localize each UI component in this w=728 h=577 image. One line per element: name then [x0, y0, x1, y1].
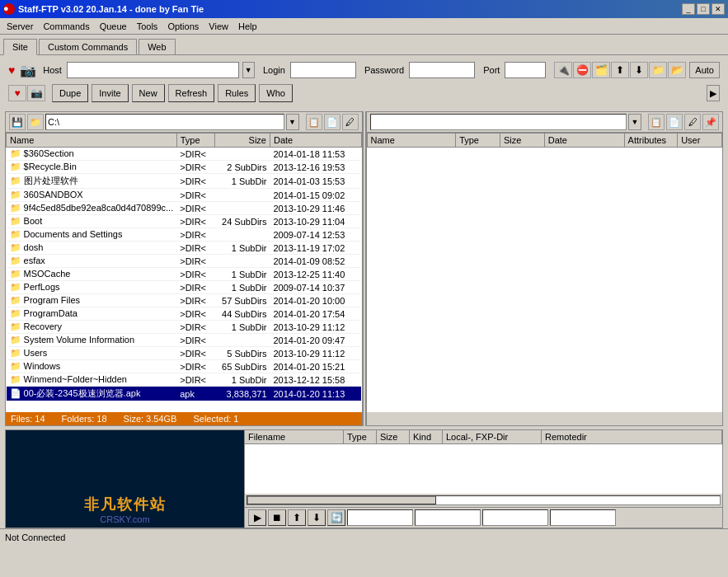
download-icon[interactable]: ⬇: [630, 62, 648, 78]
remote-action4-icon[interactable]: 📌: [702, 114, 719, 130]
menu-help[interactable]: Help: [233, 20, 262, 33]
local-action2-icon[interactable]: 📄: [324, 114, 341, 130]
local-action3-icon[interactable]: 🖊: [342, 114, 359, 130]
invite-button[interactable]: Invite: [92, 84, 128, 102]
login-input[interactable]: [290, 62, 356, 78]
host-dropdown[interactable]: ▼: [242, 62, 255, 78]
transfer-col-kind[interactable]: Kind: [410, 430, 443, 443]
table-row[interactable]: 📁 MSOCache>DIR<1 SubDir2013-12-25 11:40: [7, 268, 362, 281]
local-path-dropdown[interactable]: ▼: [286, 114, 299, 130]
col-type[interactable]: Type: [176, 134, 214, 148]
remote-file-list[interactable]: Name Type Size Date Attributes User: [367, 133, 723, 412]
table-row[interactable]: 📁 dosh>DIR<1 SubDir2013-11-19 17:02: [7, 242, 362, 255]
local-action1-icon[interactable]: 📋: [306, 114, 322, 130]
refresh-button[interactable]: Refresh: [168, 84, 215, 102]
transfer-play-icon[interactable]: ▶: [248, 509, 266, 526]
col-name[interactable]: Name: [7, 134, 177, 148]
transfer-scrollbar[interactable]: [245, 494, 722, 507]
table-row[interactable]: 📁 ProgramData>DIR<44 SubDirs2014-01-20 1…: [7, 307, 362, 321]
new-button[interactable]: New: [132, 84, 165, 102]
folder2-icon[interactable]: 📂: [668, 62, 686, 78]
col-size[interactable]: Size: [214, 134, 270, 148]
remote-col-date[interactable]: Date: [544, 134, 624, 148]
table-row[interactable]: 📁 Documents and Settings>DIR<2009-07-14 …: [7, 228, 362, 242]
transfer-col-local[interactable]: Local-, FXP-Dir: [443, 430, 542, 443]
menu-options[interactable]: Options: [162, 20, 204, 33]
table-row[interactable]: 📁 $Recycle.Bin>DIR<2 SubDirs2013-12-16 1…: [7, 161, 362, 174]
table-row[interactable]: 📁 Windows>DIR<65 SubDirs2014-01-20 15:21: [7, 360, 362, 373]
tab-site[interactable]: Site: [3, 39, 37, 55]
host-input[interactable]: [67, 62, 239, 78]
tab-web[interactable]: Web: [139, 39, 175, 54]
connect-icon[interactable]: 🔌: [554, 62, 572, 78]
folder-icon: 📁: [10, 374, 24, 384]
remote-path-dropdown[interactable]: ▼: [628, 114, 641, 130]
transfer-down-icon[interactable]: ⬇: [308, 509, 326, 526]
maximize-button[interactable]: □: [697, 3, 710, 15]
remote-action2-icon[interactable]: 📄: [666, 114, 683, 130]
tab-custom-commands[interactable]: Custom Commands: [39, 39, 137, 54]
window-controls[interactable]: _ □ ✕: [682, 3, 725, 15]
transfer-input2[interactable]: [415, 509, 481, 526]
remote-col-name[interactable]: Name: [367, 134, 456, 148]
folder-icon[interactable]: 📁: [649, 62, 667, 78]
table-row[interactable]: 📁 esfax>DIR<2014-01-09 08:52: [7, 255, 362, 268]
password-input[interactable]: [409, 62, 475, 78]
local-path-input[interactable]: [45, 114, 284, 130]
transfer-input4[interactable]: [550, 509, 616, 526]
extra-btn[interactable]: ▶: [707, 85, 720, 101]
remote-col-size[interactable]: Size: [500, 134, 544, 148]
table-row[interactable]: 📁 $360Section>DIR<2014-01-18 11:53: [7, 148, 362, 161]
table-row[interactable]: 📁 System Volume Information>DIR<2014-01-…: [7, 334, 362, 347]
transfer-scroll-track[interactable]: [247, 495, 721, 505]
upload-icon[interactable]: ⬆: [611, 62, 629, 78]
auto-button[interactable]: Auto: [689, 62, 720, 78]
local-file-list[interactable]: Name Type Size Date 📁 $360Section>DIR<20…: [6, 133, 362, 412]
transfer-up-icon[interactable]: ⬆: [288, 509, 306, 526]
local-drives-icon[interactable]: 💾: [9, 114, 26, 130]
fav-icon[interactable]: ♥: [8, 85, 26, 101]
remote-col-type[interactable]: Type: [456, 134, 500, 148]
menu-queue[interactable]: Queue: [95, 20, 132, 33]
transfer-col-filename[interactable]: Filename: [245, 430, 344, 443]
menu-tools[interactable]: Tools: [132, 20, 163, 33]
site-manager-icon[interactable]: 🗂️: [592, 62, 610, 78]
transfer-input3[interactable]: [482, 509, 548, 526]
local-folder-icon[interactable]: 📁: [27, 114, 44, 130]
camera-icon[interactable]: 📷: [27, 85, 45, 101]
table-row[interactable]: 📁 9f4c5ed85dbe92ea8ca0d4d70899c...>DIR<2…: [7, 202, 362, 215]
rules-button[interactable]: Rules: [218, 84, 256, 102]
port-input[interactable]: [505, 62, 546, 78]
table-row[interactable]: 📁 Recovery>DIR<1 SubDir2013-10-29 11:12: [7, 321, 362, 334]
transfer-list[interactable]: [245, 444, 722, 494]
transfer-col-size[interactable]: Size: [377, 430, 410, 443]
col-date[interactable]: Date: [270, 134, 362, 148]
disconnect-icon[interactable]: ⛔: [573, 62, 591, 78]
remote-action3-icon[interactable]: 🖊: [684, 114, 701, 130]
table-row[interactable]: 📁 Program Files>DIR<57 SubDirs2014-01-20…: [7, 294, 362, 307]
minimize-button[interactable]: _: [682, 3, 695, 15]
table-row[interactable]: 📁 图片处理软件>DIR<1 SubDir2014-01-03 15:53: [7, 174, 362, 189]
transfer-scroll-thumb[interactable]: [247, 496, 436, 504]
transfer-stop-icon[interactable]: ⏹: [268, 509, 286, 526]
menu-server[interactable]: Server: [2, 20, 38, 33]
table-row[interactable]: 📁 PerfLogs>DIR<1 SubDir2009-07-14 10:37: [7, 281, 362, 294]
dupe-button[interactable]: Dupe: [52, 84, 88, 102]
menu-view[interactable]: View: [204, 20, 233, 33]
table-row[interactable]: 📁 Winmend~Folder~Hidden>DIR<1 SubDir2013…: [7, 373, 362, 387]
transfer-col-remote[interactable]: Remotedir: [542, 430, 722, 443]
table-row[interactable]: 📁 360SANDBOX>DIR<2014-01-15 09:02: [7, 189, 362, 202]
table-row[interactable]: 📄 00-必装-2345极速浏览器.apkapk3,838,3712014-01…: [7, 387, 362, 401]
who-button[interactable]: Who: [259, 84, 293, 102]
remote-path-input[interactable]: [370, 114, 627, 130]
remote-col-user[interactable]: User: [678, 134, 722, 148]
close-button[interactable]: ✕: [712, 3, 725, 15]
remote-col-attr[interactable]: Attributes: [624, 134, 678, 148]
transfer-col-type[interactable]: Type: [344, 430, 377, 443]
transfer-refresh-icon[interactable]: 🔄: [327, 509, 345, 526]
table-row[interactable]: 📁 Users>DIR<5 SubDirs2013-10-29 11:12: [7, 347, 362, 360]
table-row[interactable]: 📁 Boot>DIR<24 SubDirs2013-10-29 11:04: [7, 215, 362, 228]
remote-action1-icon[interactable]: 📋: [648, 114, 665, 130]
transfer-input1[interactable]: [347, 509, 413, 526]
menu-commands[interactable]: Commands: [38, 20, 94, 33]
